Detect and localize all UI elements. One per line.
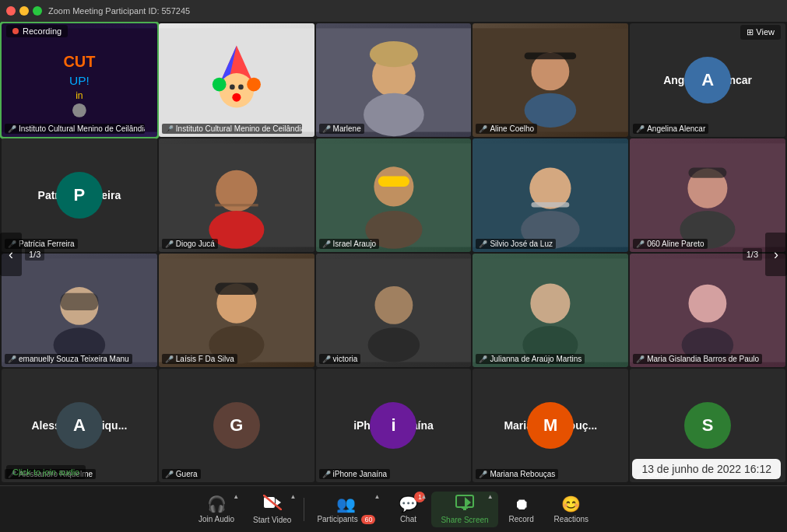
participants-icon: 👥 xyxy=(336,495,356,513)
share-screen-label: Share Screen xyxy=(441,516,488,524)
svg-point-17 xyxy=(369,41,417,67)
avatar-p16: A xyxy=(56,402,103,449)
record-label: Record xyxy=(508,515,533,523)
participant-name-p3: 🎤 Marlene xyxy=(319,124,364,134)
svg-rect-32 xyxy=(532,202,570,208)
maximize-button[interactable] xyxy=(33,6,42,16)
start-video-label: Start Video xyxy=(253,516,291,524)
video-cell-p6[interactable]: Patrícia Ferreira P 🎤 Patrícia Ferreira xyxy=(2,138,157,252)
participant-name-p13: 🎤 victoria xyxy=(319,354,361,364)
toolbar-chat[interactable]: 💬 1 Chat ▲ xyxy=(385,492,431,527)
video-cell-p9[interactable]: 🎤 Silvio José da Luz xyxy=(473,138,628,252)
chat-label: Chat xyxy=(400,515,416,523)
start-video-icon xyxy=(263,495,282,514)
toolbar-reactions[interactable]: 😊 Reactions xyxy=(545,492,598,527)
toolbar-participants[interactable]: 👥 Participants 60 ▲ xyxy=(307,492,385,527)
chat-caret: ▲ xyxy=(421,493,427,500)
participant-name-p10: 🎤 060 Aline Pareto xyxy=(633,239,707,249)
participant-name-p15: 🎤 Maria Gislandia Barros de Paulo xyxy=(633,354,762,364)
video-cell-p10[interactable]: 🎤 060 Aline Pareto xyxy=(630,138,785,252)
participant-name-p12: 🎤 Laísis F Da Silva xyxy=(162,354,237,364)
svg-point-9 xyxy=(230,85,235,90)
participants-count: 60 xyxy=(361,515,375,524)
avatar-p5: A xyxy=(684,57,731,103)
video-cell-p5[interactable]: Angelina Alencar A 🎤 Angelina Alencar xyxy=(630,23,785,137)
participant-name-p14: 🎤 Julianna de Araújo Martins xyxy=(476,354,585,364)
recording-label: Recording xyxy=(23,26,61,36)
svg-point-53 xyxy=(689,285,727,323)
svg-text:UP!: UP! xyxy=(69,74,90,87)
svg-point-11 xyxy=(232,93,241,102)
reactions-label: Reactions xyxy=(554,515,588,523)
svg-point-10 xyxy=(238,85,244,90)
share-screen-caret: ▲ xyxy=(487,493,494,500)
svg-rect-65 xyxy=(463,509,466,510)
video-cell-p7[interactable]: 🎤 Diogo Jucá xyxy=(159,138,314,252)
recording-badge: Recording xyxy=(6,25,68,37)
participants-label: Participants 60 xyxy=(317,515,375,523)
participant-name-p1: 🎤 Instituto Cultural Menino de Ceilândia xyxy=(5,124,145,134)
svg-text:CUT: CUT xyxy=(63,53,95,70)
svg-rect-21 xyxy=(525,52,577,59)
video-cell-p2[interactable]: 🎤 Instituto Cultural Menino de Ceilândia xyxy=(159,23,314,137)
titlebar: Zoom Meeting Participant ID: 557245 xyxy=(0,0,787,22)
minimize-button[interactable] xyxy=(19,6,29,16)
avatar-p19: M xyxy=(527,402,574,449)
participant-name-p9: 🎤 Silvio José da Luz xyxy=(476,239,556,249)
record-icon: ⏺ xyxy=(514,495,529,513)
avatar-p6: P xyxy=(56,172,103,219)
svg-point-8 xyxy=(219,73,253,107)
svg-point-47 xyxy=(374,286,413,324)
timestamp: 13 de junho de 2022 16:12 xyxy=(632,459,781,479)
svg-point-12 xyxy=(213,78,227,92)
video-cell-p12[interactable]: 🎤 Laísis F Da Silva xyxy=(159,254,314,367)
click-to-join-audio[interactable]: Click to join audio xyxy=(6,465,86,479)
video-cell-p13[interactable]: 🎤 victoria xyxy=(316,254,472,367)
svg-rect-28 xyxy=(378,177,409,187)
svg-point-20 xyxy=(525,93,577,128)
svg-rect-64 xyxy=(462,507,468,509)
nav-right-arrow[interactable]: › xyxy=(765,233,787,276)
video-cell-p11[interactable]: 🎤 emanuelly Souza Teixeira Manu xyxy=(2,254,157,367)
window-title: Zoom Meeting Participant ID: 557245 xyxy=(48,6,781,16)
nav-left-arrow[interactable]: ‹ xyxy=(0,233,22,276)
avatar-p18: i xyxy=(370,402,416,449)
participant-name-p5: 🎤 Angelina Alencar xyxy=(633,124,708,134)
video-cell-p4[interactable]: 🎤 Aline Coelho xyxy=(473,23,628,137)
avatar-p20: S xyxy=(684,402,731,449)
page-left-indicator: 1/3 xyxy=(25,248,44,261)
traffic-lights xyxy=(6,6,42,16)
view-button[interactable]: ⊞ View xyxy=(740,25,781,40)
toolbar-record[interactable]: ⏺ Record xyxy=(498,492,545,527)
participant-name-p19: 🎤 Mariana Rebouças xyxy=(476,469,558,479)
share-screen-icon xyxy=(455,495,474,514)
page-right-indicator: 1/3 xyxy=(743,248,762,261)
avatar-p17: G xyxy=(213,402,260,449)
video-cell-p17[interactable]: Guera G 🎤 Guera xyxy=(159,369,314,482)
video-cell-p19[interactable]: Mariana Rebouç... M 🎤 Mariana Rebouças xyxy=(473,369,628,482)
video-cell-p14[interactable]: 🎤 Julianna de Araújo Martins xyxy=(473,254,628,367)
toolbar-start-video[interactable]: Start Video ▲ xyxy=(244,492,300,527)
video-cell-p1[interactable]: CUT UP! in 🎤 Instituto Cultural Menino d… xyxy=(2,23,157,137)
toolbar-share-screen[interactable]: Share Screen ▲ xyxy=(431,492,497,527)
participant-name-p4: 🎤 Aline Coelho xyxy=(476,124,537,134)
reactions-icon: 😊 xyxy=(561,495,581,513)
video-grid: CUT UP! in 🎤 Instituto Cultural Menino d… xyxy=(0,22,787,485)
participant-name-p18: 🎤 iPhone Janaína xyxy=(319,469,391,479)
participant-name-p11: 🎤 emanuelly Souza Teixeira Manu xyxy=(5,354,132,364)
participant-name-p2: 🎤 Instituto Cultural Menino de Ceilândia xyxy=(162,124,302,134)
video-cell-p3[interactable]: 🎤 Marlene xyxy=(316,23,472,137)
join-audio-caret: ▲ xyxy=(233,493,239,500)
join-audio-label: Join Audio xyxy=(199,515,234,523)
close-button[interactable] xyxy=(6,6,16,16)
svg-point-48 xyxy=(367,327,420,362)
video-cell-p18[interactable]: iPhone Janaína i 🎤 iPhone Janaína xyxy=(316,369,472,482)
join-audio-icon: 🎧 xyxy=(207,495,227,513)
svg-rect-25 xyxy=(215,204,258,206)
svg-point-4 xyxy=(72,103,86,117)
video-cell-p8[interactable]: 🎤 Israel Araujo xyxy=(316,138,472,252)
svg-point-50 xyxy=(531,284,571,324)
participants-caret: ▲ xyxy=(374,493,381,500)
video-cell-p15[interactable]: 🎤 Maria Gislandia Barros de Paulo xyxy=(630,254,785,367)
toolbar-join-audio[interactable]: 🎧 Join Audio ▲ xyxy=(189,492,244,527)
